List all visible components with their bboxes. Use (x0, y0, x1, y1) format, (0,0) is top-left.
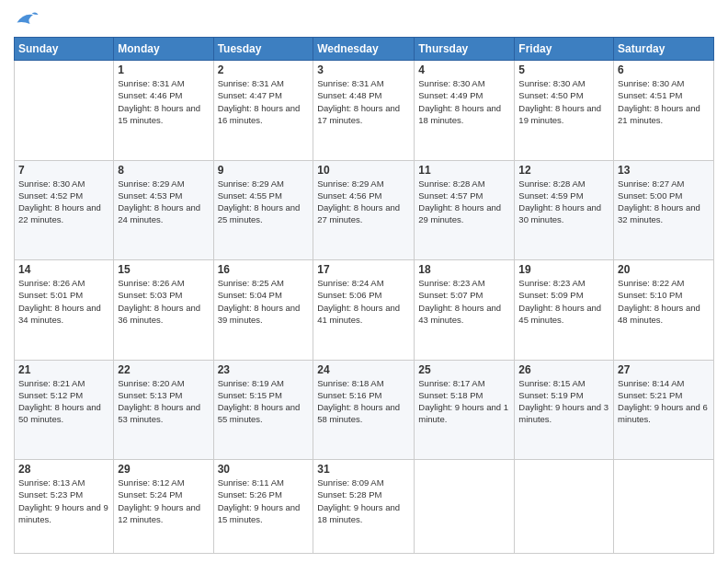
calendar-cell: 2Sunrise: 8:31 AMSunset: 4:47 PMDaylight… (213, 61, 313, 161)
day-number: 20 (618, 263, 710, 276)
header (14, 9, 714, 29)
day-number: 27 (618, 363, 710, 376)
calendar-header-row: SundayMondayTuesdayWednesdayThursdayFrid… (15, 38, 714, 61)
day-info: Sunrise: 8:26 AMSunset: 5:01 PMDaylight:… (18, 277, 109, 326)
calendar-cell (15, 61, 114, 161)
day-info: Sunrise: 8:27 AMSunset: 5:00 PMDaylight:… (618, 178, 710, 226)
day-number: 2 (218, 63, 310, 76)
calendar-header-saturday: Saturday (614, 38, 714, 61)
day-number: 8 (118, 164, 209, 177)
day-number: 7 (18, 164, 109, 177)
calendar-cell: 14Sunrise: 8:26 AMSunset: 5:01 PMDayligh… (15, 260, 114, 361)
calendar-header-monday: Monday (114, 38, 213, 61)
calendar-cell: 12Sunrise: 8:28 AMSunset: 4:59 PMDayligh… (515, 160, 614, 260)
calendar-cell (614, 460, 714, 554)
calendar-cell (515, 460, 614, 554)
calendar-cell: 19Sunrise: 8:23 AMSunset: 5:09 PMDayligh… (515, 260, 614, 361)
calendar-cell: 10Sunrise: 8:29 AMSunset: 4:56 PMDayligh… (313, 160, 415, 260)
day-number: 24 (317, 363, 410, 376)
day-number: 30 (218, 463, 310, 476)
week-row-4: 21Sunrise: 8:21 AMSunset: 5:12 PMDayligh… (15, 360, 714, 460)
day-info: Sunrise: 8:23 AMSunset: 5:09 PMDaylight:… (518, 277, 609, 326)
calendar-cell (415, 460, 515, 554)
day-info: Sunrise: 8:20 AMSunset: 5:13 PMDaylight:… (118, 377, 209, 426)
day-number: 5 (518, 63, 609, 76)
day-number: 4 (418, 63, 510, 76)
calendar-cell: 16Sunrise: 8:25 AMSunset: 5:04 PMDayligh… (213, 260, 313, 361)
day-info: Sunrise: 8:31 AMSunset: 4:46 PMDaylight:… (118, 77, 209, 126)
day-number: 15 (118, 263, 209, 276)
day-number: 28 (18, 463, 109, 476)
calendar-cell: 31Sunrise: 8:09 AMSunset: 5:28 PMDayligh… (313, 460, 415, 554)
week-row-5: 28Sunrise: 8:13 AMSunset: 5:23 PMDayligh… (15, 460, 714, 554)
day-number: 19 (518, 263, 609, 276)
day-number: 23 (218, 363, 310, 376)
calendar-header-thursday: Thursday (415, 38, 515, 61)
day-info: Sunrise: 8:30 AMSunset: 4:50 PMDaylight:… (518, 77, 609, 126)
day-info: Sunrise: 8:29 AMSunset: 4:53 PMDaylight:… (118, 178, 209, 226)
calendar-header-sunday: Sunday (15, 38, 114, 61)
day-number: 21 (18, 363, 109, 376)
day-info: Sunrise: 8:30 AMSunset: 4:49 PMDaylight:… (418, 77, 510, 126)
day-number: 26 (518, 363, 609, 376)
day-info: Sunrise: 8:22 AMSunset: 5:10 PMDaylight:… (618, 277, 710, 326)
calendar-cell: 22Sunrise: 8:20 AMSunset: 5:13 PMDayligh… (114, 360, 213, 460)
logo-bird-icon (14, 9, 40, 29)
day-info: Sunrise: 8:31 AMSunset: 4:48 PMDaylight:… (317, 77, 410, 126)
day-info: Sunrise: 8:23 AMSunset: 5:07 PMDaylight:… (418, 277, 510, 326)
calendar-cell: 20Sunrise: 8:22 AMSunset: 5:10 PMDayligh… (614, 260, 714, 361)
calendar-cell: 5Sunrise: 8:30 AMSunset: 4:50 PMDaylight… (515, 61, 614, 161)
day-info: Sunrise: 8:30 AMSunset: 4:51 PMDaylight:… (618, 77, 710, 126)
day-info: Sunrise: 8:15 AMSunset: 5:19 PMDaylight:… (518, 377, 609, 426)
week-row-2: 7Sunrise: 8:30 AMSunset: 4:52 PMDaylight… (15, 160, 714, 260)
day-info: Sunrise: 8:21 AMSunset: 5:12 PMDaylight:… (18, 377, 109, 426)
calendar-cell: 27Sunrise: 8:14 AMSunset: 5:21 PMDayligh… (614, 360, 714, 460)
day-number: 13 (618, 164, 710, 177)
week-row-1: 1Sunrise: 8:31 AMSunset: 4:46 PMDaylight… (15, 61, 714, 161)
day-info: Sunrise: 8:13 AMSunset: 5:23 PMDaylight:… (18, 477, 109, 525)
day-info: Sunrise: 8:28 AMSunset: 4:59 PMDaylight:… (518, 178, 609, 226)
calendar-cell: 21Sunrise: 8:21 AMSunset: 5:12 PMDayligh… (15, 360, 114, 460)
day-info: Sunrise: 8:12 AMSunset: 5:24 PMDaylight:… (118, 477, 209, 525)
calendar-header-tuesday: Tuesday (213, 38, 313, 61)
calendar-cell: 11Sunrise: 8:28 AMSunset: 4:57 PMDayligh… (415, 160, 515, 260)
calendar-cell: 28Sunrise: 8:13 AMSunset: 5:23 PMDayligh… (15, 460, 114, 554)
day-number: 9 (218, 164, 310, 177)
day-number: 29 (118, 463, 209, 476)
day-number: 11 (418, 164, 510, 177)
day-info: Sunrise: 8:28 AMSunset: 4:57 PMDaylight:… (418, 178, 510, 226)
day-number: 10 (317, 164, 410, 177)
day-info: Sunrise: 8:29 AMSunset: 4:56 PMDaylight:… (317, 178, 410, 226)
day-info: Sunrise: 8:25 AMSunset: 5:04 PMDaylight:… (218, 277, 310, 326)
calendar-cell: 6Sunrise: 8:30 AMSunset: 4:51 PMDaylight… (614, 61, 714, 161)
calendar-cell: 24Sunrise: 8:18 AMSunset: 5:16 PMDayligh… (313, 360, 415, 460)
day-number: 18 (418, 263, 510, 276)
day-number: 22 (118, 363, 209, 376)
calendar-cell: 18Sunrise: 8:23 AMSunset: 5:07 PMDayligh… (415, 260, 515, 361)
day-number: 16 (218, 263, 310, 276)
day-info: Sunrise: 8:31 AMSunset: 4:47 PMDaylight:… (218, 77, 310, 126)
calendar-cell: 7Sunrise: 8:30 AMSunset: 4:52 PMDaylight… (15, 160, 114, 260)
calendar-header-friday: Friday (515, 38, 614, 61)
day-number: 6 (618, 63, 710, 76)
calendar-cell: 8Sunrise: 8:29 AMSunset: 4:53 PMDaylight… (114, 160, 213, 260)
day-number: 14 (18, 263, 109, 276)
calendar-cell: 23Sunrise: 8:19 AMSunset: 5:15 PMDayligh… (213, 360, 313, 460)
calendar-table: SundayMondayTuesdayWednesdayThursdayFrid… (14, 37, 714, 554)
day-number: 12 (518, 164, 609, 177)
calendar-cell: 25Sunrise: 8:17 AMSunset: 5:18 PMDayligh… (415, 360, 515, 460)
day-number: 31 (317, 463, 410, 476)
day-number: 3 (317, 63, 410, 76)
day-info: Sunrise: 8:17 AMSunset: 5:18 PMDaylight:… (418, 377, 510, 426)
day-info: Sunrise: 8:24 AMSunset: 5:06 PMDaylight:… (317, 277, 410, 326)
calendar-cell: 4Sunrise: 8:30 AMSunset: 4:49 PMDaylight… (415, 61, 515, 161)
calendar-cell: 9Sunrise: 8:29 AMSunset: 4:55 PMDaylight… (213, 160, 313, 260)
day-info: Sunrise: 8:30 AMSunset: 4:52 PMDaylight:… (18, 178, 109, 226)
week-row-3: 14Sunrise: 8:26 AMSunset: 5:01 PMDayligh… (15, 260, 714, 361)
day-number: 1 (118, 63, 209, 76)
day-info: Sunrise: 8:18 AMSunset: 5:16 PMDaylight:… (317, 377, 410, 426)
calendar-cell: 17Sunrise: 8:24 AMSunset: 5:06 PMDayligh… (313, 260, 415, 361)
calendar-body: 1Sunrise: 8:31 AMSunset: 4:46 PMDaylight… (15, 61, 714, 554)
day-number: 25 (418, 363, 510, 376)
calendar-cell: 29Sunrise: 8:12 AMSunset: 5:24 PMDayligh… (114, 460, 213, 554)
